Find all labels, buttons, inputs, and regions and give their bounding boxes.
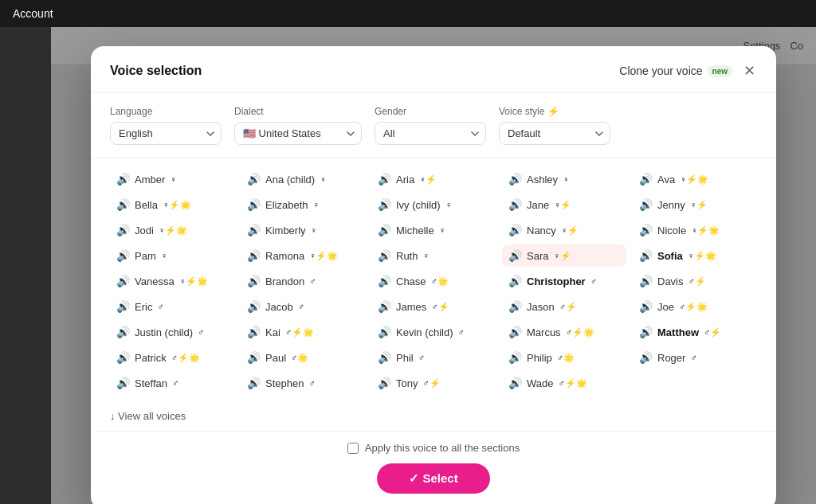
voice-name: Aria xyxy=(396,174,414,186)
voice-tags: ♀⚡🌟 xyxy=(309,251,338,261)
voice-item[interactable]: 🔊Chase ♂🌟 xyxy=(371,270,496,292)
voice-item[interactable]: 🔊Elizabeth ♀ xyxy=(241,193,365,216)
voice-item[interactable]: 🔊Amber ♀ xyxy=(110,168,234,190)
voice-selection-modal: Voice selection Clone your voice new ✕ L… xyxy=(91,46,776,504)
speaker-icon: 🔊 xyxy=(378,173,391,186)
language-select[interactable]: English xyxy=(110,122,222,145)
speaker-icon: 🔊 xyxy=(116,377,130,389)
voice-item[interactable]: 🔊Nancy ♀⚡ xyxy=(502,219,626,241)
dialect-select[interactable]: 🇺🇸 United States xyxy=(234,122,362,145)
voice-tags: ♀⚡ xyxy=(553,251,571,261)
voice-item[interactable]: 🔊Kevin (child) ♂ xyxy=(371,321,496,343)
voice-item[interactable]: 🔊Philip ♂🌟 xyxy=(502,346,626,369)
voice-item[interactable]: 🔊Christopher ♂ xyxy=(502,270,626,292)
close-button[interactable]: ✕ xyxy=(742,62,757,80)
voice-tags: ♀⚡ xyxy=(690,200,708,210)
voice-name: Jacob xyxy=(265,301,293,313)
voice-item[interactable]: 🔊Jodi ♀⚡🌟 xyxy=(110,219,234,241)
speaker-icon: 🔊 xyxy=(639,326,653,338)
app-title: Account xyxy=(13,7,53,20)
voice-item[interactable]: 🔊Ruth ♀ xyxy=(371,244,496,267)
speaker-icon: 🔊 xyxy=(116,326,130,338)
voice-item[interactable]: 🔊Roger ♂ xyxy=(633,346,757,369)
voice-item[interactable]: 🔊Jane ♀⚡ xyxy=(502,193,626,216)
voice-tags: ♀⚡🌟 xyxy=(163,200,191,210)
voice-name: Kevin (child) xyxy=(396,326,453,338)
voice-name: Ivy (child) xyxy=(396,199,441,211)
voice-item[interactable]: 🔊Justin (child) ♂ xyxy=(110,321,234,343)
select-button[interactable]: ✓ Select xyxy=(377,463,489,494)
voice-item[interactable]: 🔊Nicole ♀⚡🌟 xyxy=(633,219,757,241)
voice-name: Nancy xyxy=(527,225,556,236)
voice-item[interactable]: 🔊Pam ♀ xyxy=(110,244,234,267)
voice-tags: ♀ xyxy=(320,174,326,184)
voice-item[interactable]: 🔊Brandon ♂ xyxy=(241,270,365,292)
voice-tags: ♂🌟 xyxy=(431,276,449,287)
voice-item[interactable]: 🔊Sofia ♀⚡🌟 xyxy=(633,244,757,267)
voice-item[interactable]: 🔊Joe ♂⚡🌟 xyxy=(633,295,757,318)
voice-style-filter-group: Voice style ⚡ Default xyxy=(499,106,610,145)
gender-select[interactable]: All xyxy=(375,122,486,145)
voice-item[interactable]: 🔊Kai ♂⚡🌟 xyxy=(241,321,365,343)
apply-checkbox-input[interactable] xyxy=(347,443,359,454)
speaker-icon: 🔊 xyxy=(508,198,522,211)
voice-item[interactable]: 🔊Jenny ♀⚡ xyxy=(633,193,757,216)
clone-voice-button[interactable]: Clone your voice new xyxy=(619,64,732,77)
voice-item[interactable]: 🔊Sara ♀⚡ xyxy=(502,244,626,267)
voice-item[interactable]: 🔊Ava ♀⚡🌟 xyxy=(633,168,757,190)
voice-item[interactable]: 🔊Marcus ♂⚡🌟 xyxy=(502,321,626,343)
speaker-icon: 🔊 xyxy=(508,224,522,236)
voice-item[interactable]: 🔊Paul ♂🌟 xyxy=(241,346,365,369)
top-bar: Account xyxy=(0,0,816,27)
voice-item[interactable]: 🔊Ivy (child) ♀ xyxy=(371,193,496,216)
view-all-voices[interactable]: ↓ View all voices xyxy=(91,404,776,432)
voice-name: Paul xyxy=(265,352,286,364)
voice-item[interactable]: 🔊Patrick ♂⚡🌟 xyxy=(110,346,234,369)
voice-item[interactable]: 🔊Ramona ♀⚡🌟 xyxy=(241,244,365,267)
voice-name: Pam xyxy=(135,250,156,262)
voice-name: Matthew xyxy=(657,326,699,338)
speaker-icon: 🔊 xyxy=(116,224,130,236)
voice-name: Davis xyxy=(657,275,684,287)
speaker-icon: 🔊 xyxy=(508,377,522,389)
voice-item[interactable]: 🔊Wade ♂⚡🌟 xyxy=(502,372,626,394)
speaker-icon: 🔊 xyxy=(247,275,261,287)
voice-tags: ♂⚡ xyxy=(704,327,721,338)
speaker-icon: 🔊 xyxy=(378,249,391,262)
voice-item[interactable]: 🔊Ana (child) ♀ xyxy=(241,168,365,190)
voice-item[interactable]: 🔊Ashley ♀ xyxy=(502,168,626,190)
voice-item[interactable]: 🔊Phil ♂ xyxy=(371,346,496,369)
voice-tags: ♂ xyxy=(157,302,163,311)
speaker-icon: 🔊 xyxy=(508,173,522,186)
voice-tags: ♀ xyxy=(161,251,167,260)
voice-item[interactable]: 🔊Aria ♀⚡ xyxy=(371,168,496,190)
voice-item[interactable]: 🔊Bella ♀⚡🌟 xyxy=(110,193,234,216)
voice-item[interactable]: 🔊Jacob ♂ xyxy=(241,295,365,318)
voice-item[interactable]: 🔊Vanessa ♀⚡🌟 xyxy=(110,270,234,292)
voice-tags: ♀⚡🌟 xyxy=(680,174,708,185)
apply-checkbox-label[interactable]: Apply this voice to all the sections xyxy=(347,442,520,454)
voice-style-select[interactable]: Default xyxy=(499,122,610,145)
speaker-icon: 🔊 xyxy=(116,300,130,313)
voice-name: Roger xyxy=(657,352,685,364)
voice-tags: ♀⚡ xyxy=(561,225,579,236)
voice-name: Eric xyxy=(135,301,152,313)
voice-item[interactable]: 🔊Eric ♂ xyxy=(110,295,234,318)
modal-title: Voice selection xyxy=(110,64,202,78)
voice-tags: ♂🌟 xyxy=(557,353,575,363)
voice-item[interactable]: 🔊Michelle ♀ xyxy=(371,219,496,241)
voice-item[interactable]: 🔊Stephen ♂ xyxy=(241,372,365,394)
voice-item[interactable]: 🔊James ♂⚡ xyxy=(371,295,496,318)
voice-item[interactable]: 🔊Jason ♂⚡ xyxy=(502,295,626,318)
gender-label: Gender xyxy=(375,106,486,117)
voice-item[interactable]: 🔊Davis ♂⚡ xyxy=(633,270,757,292)
voice-item[interactable]: 🔊Kimberly ♀ xyxy=(241,219,365,241)
speaker-icon: 🔊 xyxy=(247,300,261,313)
voice-item[interactable]: 🔊Tony ♂⚡ xyxy=(371,372,496,394)
speaker-icon: 🔊 xyxy=(639,173,653,186)
voice-name: Brandon xyxy=(265,275,304,287)
voice-tags: ♀⚡🌟 xyxy=(691,225,720,236)
voice-item[interactable]: 🔊Steffan ♂ xyxy=(110,372,234,394)
voice-tags: ♂⚡ xyxy=(422,378,440,389)
voice-item[interactable]: 🔊Matthew ♂⚡ xyxy=(633,321,757,343)
